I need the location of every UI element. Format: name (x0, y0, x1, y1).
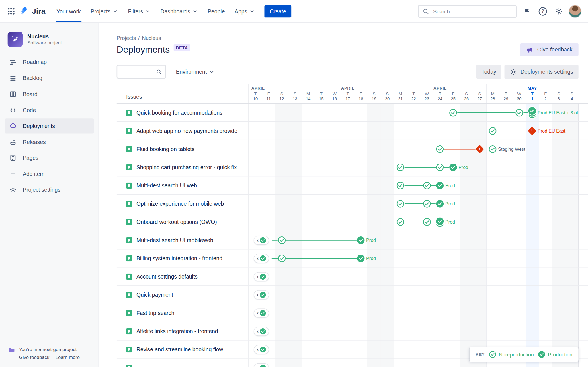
project-avatar-rocket-icon (8, 32, 23, 47)
nav-item-apps[interactable]: Apps (230, 0, 260, 22)
deployments-settings-button[interactable]: Deployments settings (505, 65, 579, 79)
sidebar-item-add-item[interactable]: Add item (5, 166, 94, 181)
failed-deployment-icon[interactable]: ! (475, 145, 484, 153)
issue-cell: Fast trip search (117, 304, 249, 322)
issue-label[interactable]: Affelite links integration - frontend (136, 328, 218, 334)
non-production-deployment-icon[interactable] (515, 109, 523, 117)
issue-label[interactable]: Fast trip search (136, 310, 174, 316)
announcements-flag-icon[interactable] (521, 5, 532, 17)
non-production-deployment-icon[interactable] (397, 218, 404, 226)
non-production-deployment-icon[interactable] (489, 127, 497, 135)
earlier-deployments-pill[interactable]: ‹ (254, 327, 269, 336)
issue-label[interactable]: Revise and streamline booking flow (136, 346, 223, 352)
search-icon (156, 69, 162, 75)
issue-label[interactable]: Fluid booking on tablets (136, 146, 194, 152)
earlier-deployments-pill[interactable]: ‹ (254, 345, 269, 354)
non-production-deployment-icon[interactable] (423, 218, 431, 226)
story-icon (126, 201, 132, 207)
non-production-deployment-icon[interactable] (423, 182, 431, 189)
breadcrumb-nucleus[interactable]: Nucleus (142, 35, 161, 41)
non-production-deployment-icon[interactable] (436, 145, 444, 153)
earlier-deployments-pill[interactable]: ‹ (254, 290, 269, 300)
production-deployment-icon[interactable] (436, 182, 444, 189)
breadcrumb-projects[interactable]: Projects (117, 35, 136, 41)
deployments-icon (8, 121, 17, 131)
global-search[interactable] (418, 5, 517, 18)
earlier-deployments-pill[interactable]: ‹ (254, 254, 269, 263)
environment-filter-dropdown[interactable]: Environment (176, 69, 215, 75)
sidebar-item-releases[interactable]: Releases (5, 134, 94, 149)
non-production-deployment-icon[interactable] (397, 164, 404, 171)
story-icon (126, 110, 132, 116)
story-icon (126, 310, 132, 316)
app-switcher-button[interactable] (5, 5, 17, 17)
sidebar-item-project-settings[interactable]: Project settings (5, 182, 94, 197)
sidebar-item-code[interactable]: Code (5, 102, 94, 117)
project-header[interactable]: Nucleus Software project (5, 32, 94, 47)
board-icon (8, 90, 17, 99)
production-deployment-icon[interactable] (436, 200, 444, 208)
next-gen-note: You’re in a next-gen project (19, 347, 80, 352)
nav-item-your-work[interactable]: Your work (52, 0, 86, 22)
month-label: APRIL (249, 86, 273, 90)
deployment-connector-green (405, 167, 436, 168)
jira-logo[interactable]: Jira (20, 5, 45, 17)
sidebar-item-deployments[interactable]: Deployments (5, 118, 94, 133)
day-header: F18 (354, 91, 367, 101)
help-icon[interactable]: ? (537, 5, 548, 17)
give-feedback-button[interactable]: Give feedback (520, 43, 579, 56)
issue-label[interactable]: Multi-dest search UI web (136, 182, 197, 188)
roadmap-icon (8, 58, 17, 67)
settings-gear-icon[interactable] (553, 5, 564, 17)
non-production-deployment-icon[interactable] (423, 200, 431, 208)
issue-label[interactable]: Adapt web app no new payments provide (136, 128, 237, 134)
grid-icon (8, 8, 14, 15)
nav-item-projects[interactable]: Projects (86, 0, 123, 22)
deployment-track: !Staging West (249, 140, 579, 158)
issue-label[interactable]: Quick booking for accommodations (136, 110, 222, 116)
non-production-deployment-icon[interactable] (397, 200, 404, 208)
earlier-deployments-pill[interactable]: ‹ (254, 309, 269, 318)
issue-label[interactable]: Account settings defaults (136, 273, 198, 279)
timeline-search[interactable] (117, 65, 166, 79)
issue-label[interactable]: Onboard workout options (OWO) (136, 219, 217, 225)
global-search-input[interactable] (432, 8, 512, 15)
today-button[interactable]: Today (476, 65, 501, 79)
production-deployment-icon[interactable] (357, 255, 365, 262)
non-production-deployment-icon[interactable] (449, 109, 457, 117)
sidebar-item-backlog[interactable]: Backlog (5, 71, 94, 86)
issue-label[interactable]: Shopping cart purchasing error - quick f… (136, 164, 237, 170)
earlier-deployments-pill[interactable]: ‹ (254, 236, 269, 245)
nav-item-filters[interactable]: Filters (123, 0, 155, 22)
non-production-deployment-icon[interactable] (436, 164, 444, 171)
sidebar-item-roadmap[interactable]: Roadmap (5, 55, 94, 70)
learn-more-link[interactable]: Learn more (56, 355, 80, 360)
issue-label[interactable]: Optimize experience for mobile web (136, 201, 224, 207)
user-avatar[interactable] (569, 5, 581, 17)
story-icon (126, 182, 132, 188)
non-production-deployment-icon[interactable] (278, 255, 286, 262)
timeline-search-input[interactable] (121, 68, 156, 75)
non-production-deployment-icon[interactable] (489, 145, 497, 153)
issue-row: Quick booking for accommodationsProd EU … (117, 104, 588, 122)
sidebar-item-board[interactable]: Board (5, 86, 94, 102)
nav-item-people[interactable]: People (203, 0, 230, 22)
story-icon (126, 164, 132, 170)
create-button[interactable]: Create (264, 5, 291, 17)
earlier-deployments-pill[interactable]: ‹ (254, 272, 269, 281)
non-production-deployment-icon[interactable] (397, 182, 404, 189)
breadcrumb: Projects/Nucleus (117, 35, 588, 42)
month-label: APRIL (425, 86, 455, 90)
sidebar-item-pages[interactable]: Pages (5, 150, 94, 165)
day-header: M28 (486, 91, 499, 101)
issue-label[interactable]: Billing system integration - frontend (136, 255, 222, 261)
production-deployment-icon[interactable] (449, 164, 457, 171)
production-deployment-icon[interactable] (357, 236, 365, 244)
give-feedback-link[interactable]: Give feedback (19, 355, 50, 360)
issue-label[interactable]: Quick payment (136, 292, 173, 298)
issue-label[interactable]: Multi-dest search UI mobileweb (136, 237, 213, 243)
nav-item-dashboards[interactable]: Dashboards (155, 0, 203, 22)
non-production-deployment-icon[interactable] (278, 236, 286, 244)
failed-deployment-icon[interactable]: ! (528, 127, 536, 135)
earlier-deployments-pill[interactable]: ‹ (254, 363, 269, 367)
